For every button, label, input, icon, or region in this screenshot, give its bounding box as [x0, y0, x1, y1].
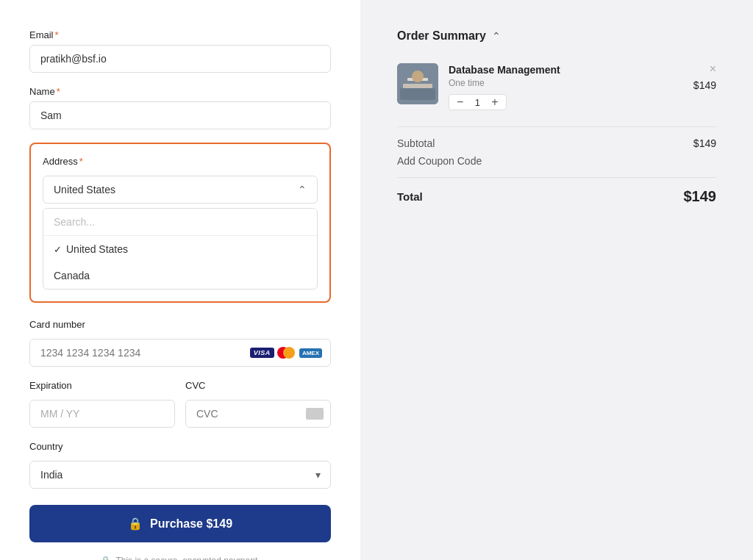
name-group: Name*: [29, 86, 331, 129]
total-label: Total: [397, 190, 423, 203]
quantity-decrease-button[interactable]: −: [455, 96, 465, 108]
item-price-col: × $149: [693, 63, 716, 91]
subtotal-row: Subtotal $149: [397, 137, 716, 149]
secure-payment-text: 🔒 This is a secure, encrypted payment.: [29, 556, 331, 560]
left-panel: Email* Name* Address* United States ⌃ ✓ …: [0, 0, 360, 560]
subtotal-label: Subtotal: [397, 137, 435, 149]
item-name: Database Management: [449, 63, 683, 76]
amex-icon: AMEX: [299, 348, 322, 358]
country-option-us-label: United States: [66, 243, 128, 255]
address-section: Address* United States ⌃ ✓ United States…: [29, 143, 331, 303]
secure-label: This is a secure, encrypted payment.: [115, 556, 260, 560]
coupon-link[interactable]: Add Coupon Code: [397, 155, 482, 167]
quantity-control: − 1 +: [449, 94, 507, 110]
email-input[interactable]: [29, 45, 331, 73]
cvc-group: CVC: [185, 380, 331, 428]
total-value: $149: [684, 188, 717, 205]
card-input-wrapper: VISA AMEX: [29, 339, 331, 367]
order-divider: [397, 126, 716, 127]
mastercard-icon: [277, 346, 296, 359]
item-price: $149: [693, 79, 716, 91]
order-summary-title: Order Summary: [397, 29, 486, 43]
email-label: Email*: [29, 29, 331, 40]
order-summary-chevron-icon[interactable]: ⌃: [492, 30, 501, 42]
name-label: Name*: [29, 86, 331, 97]
purchase-button-label: Purchase $149: [150, 517, 232, 531]
order-item: Database Management One time − 1 + × $14…: [397, 63, 716, 110]
country-dropdown-trigger[interactable]: United States ⌃: [43, 176, 318, 204]
item-remove-button[interactable]: ×: [710, 63, 716, 75]
cvc-card-icon: [306, 408, 324, 420]
total-row: Total $149: [397, 188, 716, 205]
right-panel: Order Summary ⌃ Database Management One …: [360, 0, 753, 560]
visa-icon: VISA: [250, 348, 274, 358]
country-bottom-select[interactable]: India United States Canada: [29, 461, 331, 489]
item-thumbnail-svg: [397, 63, 438, 104]
country-select-container: United States ⌃ ✓ United States Canada: [43, 176, 318, 290]
item-type: One time: [449, 78, 683, 88]
expiry-input[interactable]: [29, 400, 175, 428]
cvc-label: CVC: [185, 380, 331, 391]
country-dropdown: ✓ United States Canada: [43, 208, 318, 290]
svg-rect-1: [403, 84, 432, 88]
chevron-up-icon: ⌃: [298, 184, 307, 195]
country-bottom-select-wrapper: India United States Canada: [29, 461, 331, 489]
checkmark-icon: ✓: [54, 244, 62, 255]
name-required-marker: *: [57, 86, 60, 97]
expiry-label: Expiration: [29, 380, 175, 391]
country-option-us[interactable]: ✓ United States: [43, 236, 317, 262]
address-label: Address*: [43, 156, 318, 167]
mc-right-circle: [283, 347, 295, 359]
svg-rect-4: [400, 88, 435, 100]
country-bottom-group: Country India United States Canada: [29, 441, 331, 489]
email-required-marker: *: [55, 29, 59, 40]
subtotal-value: $149: [693, 137, 716, 149]
country-option-canada-label: Canada: [54, 270, 90, 281]
item-details: Database Management One time − 1 +: [449, 63, 683, 110]
cvc-input-wrapper: [185, 400, 331, 428]
expiry-cvc-row: Expiration CVC: [29, 380, 331, 428]
purchase-button[interactable]: 🔒 Purchase $149: [29, 505, 331, 542]
address-required-marker: *: [79, 156, 83, 167]
order-summary-header: Order Summary ⌃: [397, 29, 716, 43]
country-selected-value: United States: [54, 184, 115, 195]
name-input[interactable]: [29, 101, 331, 129]
country-bottom-label: Country: [29, 441, 331, 452]
lock-icon: 🔒: [128, 517, 143, 531]
item-thumbnail: [397, 63, 438, 104]
card-number-label: Card number: [29, 319, 331, 330]
svg-point-3: [412, 71, 424, 82]
card-brand-icons: VISA AMEX: [250, 346, 322, 359]
quantity-value: 1: [472, 97, 482, 108]
secure-lock-icon: 🔒: [100, 556, 111, 560]
total-divider: [397, 177, 716, 178]
country-search-input[interactable]: [43, 209, 317, 236]
country-option-canada[interactable]: Canada: [43, 262, 317, 289]
email-group: Email*: [29, 29, 331, 73]
expiry-group: Expiration: [29, 380, 175, 428]
quantity-increase-button[interactable]: +: [490, 96, 499, 108]
card-section: Card number VISA AMEX: [29, 319, 331, 367]
coupon-row: Add Coupon Code: [397, 155, 716, 167]
